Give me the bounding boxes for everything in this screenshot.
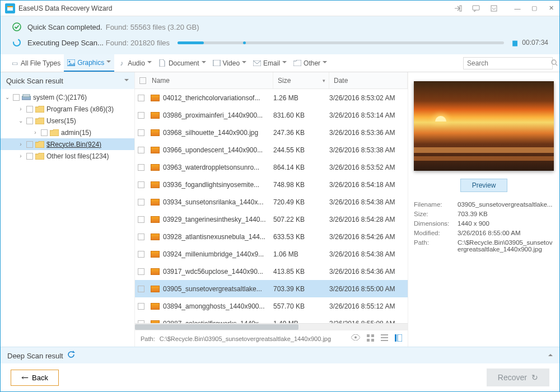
preview-button[interactable]: Preview	[460, 179, 508, 192]
list-view-icon[interactable]	[381, 334, 388, 343]
svg-rect-24	[381, 340, 388, 341]
filter-all[interactable]: ▭All File Types	[7, 54, 64, 72]
file-row[interactable]: 03963_waterdroppletsonsunro...864.14 KB3…	[135, 158, 408, 176]
search-icon[interactable]	[551, 58, 558, 68]
filter-email[interactable]: Email	[250, 54, 290, 72]
deep-scan-result-header[interactable]: Deep Scan result	[1, 347, 559, 363]
bottom-bar: 🡐Back Recover↻	[1, 363, 559, 391]
filter-document[interactable]: Document	[155, 54, 209, 72]
close-button[interactable]: ✕	[543, 3, 559, 14]
minimize-button[interactable]: —	[509, 3, 526, 14]
checkbox[interactable]	[138, 95, 144, 101]
file-row[interactable]: 03986_proximainferi_1440x900...831.60 KB…	[135, 106, 408, 124]
eye-icon[interactable]	[351, 334, 360, 343]
checkbox[interactable]	[41, 129, 48, 136]
file-date: 3/26/2016 8:54:38 AM	[329, 250, 408, 258]
chat-icon[interactable]	[471, 4, 481, 13]
file-row[interactable]: 03917_wdc56upclose_1440x90...413.85 KB3/…	[135, 263, 408, 280]
file-row[interactable]: 03968_silhouette_1440x900.jpg247.36 KB3/…	[135, 124, 408, 141]
file-row[interactable]: 03936_fogandlightsinyosemite...748.98 KB…	[135, 176, 408, 193]
folder-icon	[293, 59, 301, 67]
pause-button[interactable]: ▮▮	[512, 39, 516, 47]
elapsed-time: 00:07:34	[522, 39, 548, 46]
collapse-icon[interactable]: ⌄	[4, 94, 11, 100]
expand-icon[interactable]: ›	[17, 106, 24, 112]
file-date: 3/26/2016 8:53:38 AM	[329, 146, 408, 154]
filter-audio[interactable]: ♪Audio	[114, 54, 155, 72]
checkbox[interactable]	[138, 164, 144, 171]
scan-status-panel: Quick Scan completed. Found: 55563 files…	[1, 16, 559, 54]
image-thumb-icon	[151, 112, 160, 119]
tree-node-program-files[interactable]: ›Program Files (x86)(3)	[1, 103, 134, 115]
checkbox[interactable]	[138, 112, 144, 119]
file-size: 1.06 MB	[273, 250, 329, 258]
horizontal-scrollbar[interactable]	[135, 323, 408, 330]
checkbox[interactable]	[138, 286, 144, 292]
image-thumb-icon	[151, 164, 160, 171]
refresh-icon[interactable]	[67, 352, 75, 360]
detail-view-icon[interactable]	[395, 334, 402, 343]
file-name: 03894_amongghosts_1440x900...	[163, 302, 264, 310]
svg-rect-18	[367, 334, 370, 337]
recover-arrow-icon: ↻	[531, 373, 538, 382]
tree-node-users[interactable]: ⌄Users(15)	[1, 115, 134, 127]
file-size: 864.14 KB	[273, 164, 329, 171]
checkbox[interactable]	[13, 94, 20, 101]
column-size[interactable]: Size▾	[273, 72, 329, 88]
quick-scan-label: Quick Scan completed.	[27, 23, 102, 31]
menu-dropdown-icon[interactable]	[489, 4, 499, 13]
expand-icon[interactable]: ›	[17, 141, 24, 147]
tree-node-admin[interactable]: ›admin(15)	[1, 127, 134, 138]
svg-rect-11	[220, 60, 221, 66]
checkbox[interactable]	[26, 141, 33, 148]
column-date[interactable]: Date	[329, 72, 408, 88]
checkbox[interactable]	[138, 199, 144, 206]
chevron-down-icon	[106, 59, 111, 66]
search-input[interactable]	[467, 59, 551, 67]
file-row[interactable]: 04012_therichcolorvariationsof...1.26 MB…	[135, 89, 408, 106]
expand-icon[interactable]: ›	[17, 153, 24, 159]
checkbox[interactable]	[138, 129, 144, 136]
file-row[interactable]: 03929_tangerinesinthesky_1440...507.22 K…	[135, 211, 408, 228]
checkbox[interactable]	[138, 303, 144, 310]
column-name[interactable]: Name	[147, 72, 273, 88]
music-note-icon: ♪	[118, 59, 125, 67]
select-all-checkbox[interactable]	[139, 77, 146, 84]
checkbox[interactable]	[138, 216, 144, 223]
filter-other[interactable]: Other	[290, 54, 330, 72]
back-button[interactable]: 🡐Back	[11, 370, 59, 386]
grid-view-icon[interactable]	[367, 334, 374, 343]
file-row[interactable]: 03894_amongghosts_1440x900...557.70 KB3/…	[135, 297, 408, 315]
meta-filename: 03905_sunsetovergreatsaltlake...	[458, 201, 554, 208]
checkbox[interactable]	[26, 153, 33, 160]
file-row[interactable]: 03934_sunsetonsrilanka_1440x...720.49 KB…	[135, 193, 408, 211]
file-size: 831.60 KB	[273, 111, 329, 119]
checkbox[interactable]	[138, 181, 144, 188]
filter-video[interactable]: Video	[209, 54, 250, 72]
checkbox[interactable]	[26, 118, 33, 124]
checkbox[interactable]	[138, 147, 144, 153]
file-row[interactable]: 03905_sunsetovergreatsaltlake...703.39 K…	[135, 280, 408, 297]
collapse-icon[interactable]: ⌄	[17, 118, 24, 124]
search-box[interactable]	[463, 57, 553, 69]
recover-button[interactable]: Recover↻	[487, 368, 549, 386]
file-row[interactable]: 03966_upondescent_1440x900...244.55 KB3/…	[135, 141, 408, 158]
image-thumb-icon	[151, 234, 160, 240]
tree-node-recycle-bin[interactable]: ›$Recycle.Bin(924)	[1, 138, 134, 150]
checkbox[interactable]	[138, 268, 144, 275]
expand-icon[interactable]: ›	[32, 129, 39, 136]
file-row[interactable]: 03887_celestialfireworks_1440x...1.49 MB…	[135, 315, 408, 323]
checkbox[interactable]	[138, 234, 144, 240]
share-icon[interactable]	[453, 4, 463, 13]
tree-node-system[interactable]: ⌄system (C:)(2176)	[1, 91, 134, 103]
file-row[interactable]: 03928_atlantisnexusnebula_144...633.53 K…	[135, 228, 408, 245]
checkbox[interactable]	[138, 251, 144, 258]
maximize-button[interactable]: ▢	[526, 3, 543, 14]
quick-scan-result-header[interactable]: Quick Scan result	[1, 72, 134, 89]
file-row[interactable]: 03924_milleniumbridge_1440x9...1.06 MB3/…	[135, 245, 408, 263]
file-date: 3/26/2016 8:54:36 AM	[329, 268, 408, 276]
checkbox[interactable]	[26, 106, 33, 113]
image-thumb-icon	[151, 129, 160, 136]
tree-node-other-lost[interactable]: ›Other lost files(1234)	[1, 150, 134, 162]
filter-graphics[interactable]: Graphics	[64, 54, 114, 72]
